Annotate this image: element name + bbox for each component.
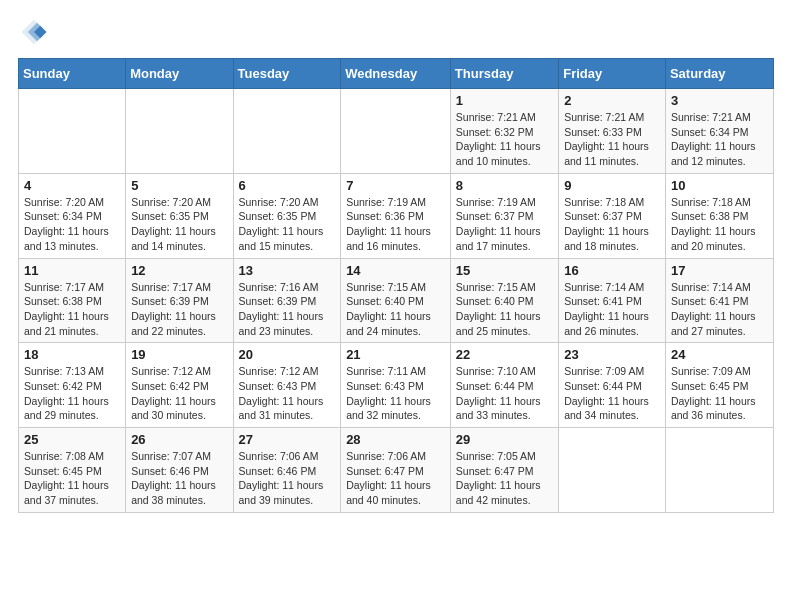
weekday-header-saturday: Saturday [665, 59, 773, 89]
day-number: 19 [131, 347, 227, 362]
day-info: Sunrise: 7:09 AMSunset: 6:44 PMDaylight:… [564, 364, 660, 423]
calendar-cell: 2Sunrise: 7:21 AMSunset: 6:33 PMDaylight… [559, 89, 666, 174]
day-number: 14 [346, 263, 445, 278]
weekday-header-sunday: Sunday [19, 59, 126, 89]
day-info: Sunrise: 7:18 AMSunset: 6:38 PMDaylight:… [671, 195, 768, 254]
day-info: Sunrise: 7:21 AMSunset: 6:32 PMDaylight:… [456, 110, 553, 169]
calendar-cell: 3Sunrise: 7:21 AMSunset: 6:34 PMDaylight… [665, 89, 773, 174]
calendar-cell: 11Sunrise: 7:17 AMSunset: 6:38 PMDayligh… [19, 258, 126, 343]
calendar-week-1: 1Sunrise: 7:21 AMSunset: 6:32 PMDaylight… [19, 89, 774, 174]
calendar-cell: 23Sunrise: 7:09 AMSunset: 6:44 PMDayligh… [559, 343, 666, 428]
day-number: 10 [671, 178, 768, 193]
day-number: 1 [456, 93, 553, 108]
day-info: Sunrise: 7:13 AMSunset: 6:42 PMDaylight:… [24, 364, 120, 423]
calendar-cell: 7Sunrise: 7:19 AMSunset: 6:36 PMDaylight… [341, 173, 451, 258]
calendar-cell [126, 89, 233, 174]
calendar-cell: 22Sunrise: 7:10 AMSunset: 6:44 PMDayligh… [450, 343, 558, 428]
calendar: SundayMondayTuesdayWednesdayThursdayFrid… [18, 58, 774, 513]
page: SundayMondayTuesdayWednesdayThursdayFrid… [0, 0, 792, 612]
day-info: Sunrise: 7:12 AMSunset: 6:43 PMDaylight:… [239, 364, 336, 423]
logo [18, 18, 52, 50]
calendar-cell: 14Sunrise: 7:15 AMSunset: 6:40 PMDayligh… [341, 258, 451, 343]
weekday-header-tuesday: Tuesday [233, 59, 341, 89]
day-number: 29 [456, 432, 553, 447]
day-number: 28 [346, 432, 445, 447]
day-number: 5 [131, 178, 227, 193]
day-info: Sunrise: 7:05 AMSunset: 6:47 PMDaylight:… [456, 449, 553, 508]
day-number: 22 [456, 347, 553, 362]
day-info: Sunrise: 7:12 AMSunset: 6:42 PMDaylight:… [131, 364, 227, 423]
day-number: 27 [239, 432, 336, 447]
day-info: Sunrise: 7:17 AMSunset: 6:38 PMDaylight:… [24, 280, 120, 339]
day-info: Sunrise: 7:16 AMSunset: 6:39 PMDaylight:… [239, 280, 336, 339]
calendar-cell: 1Sunrise: 7:21 AMSunset: 6:32 PMDaylight… [450, 89, 558, 174]
calendar-cell: 10Sunrise: 7:18 AMSunset: 6:38 PMDayligh… [665, 173, 773, 258]
day-info: Sunrise: 7:20 AMSunset: 6:35 PMDaylight:… [239, 195, 336, 254]
calendar-cell: 13Sunrise: 7:16 AMSunset: 6:39 PMDayligh… [233, 258, 341, 343]
calendar-cell: 24Sunrise: 7:09 AMSunset: 6:45 PMDayligh… [665, 343, 773, 428]
day-info: Sunrise: 7:15 AMSunset: 6:40 PMDaylight:… [346, 280, 445, 339]
day-info: Sunrise: 7:18 AMSunset: 6:37 PMDaylight:… [564, 195, 660, 254]
calendar-week-5: 25Sunrise: 7:08 AMSunset: 6:45 PMDayligh… [19, 428, 774, 513]
calendar-week-4: 18Sunrise: 7:13 AMSunset: 6:42 PMDayligh… [19, 343, 774, 428]
calendar-cell [665, 428, 773, 513]
logo-icon [20, 18, 48, 46]
day-info: Sunrise: 7:20 AMSunset: 6:35 PMDaylight:… [131, 195, 227, 254]
day-info: Sunrise: 7:07 AMSunset: 6:46 PMDaylight:… [131, 449, 227, 508]
calendar-cell: 18Sunrise: 7:13 AMSunset: 6:42 PMDayligh… [19, 343, 126, 428]
day-info: Sunrise: 7:06 AMSunset: 6:46 PMDaylight:… [239, 449, 336, 508]
day-info: Sunrise: 7:21 AMSunset: 6:34 PMDaylight:… [671, 110, 768, 169]
weekday-header-wednesday: Wednesday [341, 59, 451, 89]
weekday-header-row: SundayMondayTuesdayWednesdayThursdayFrid… [19, 59, 774, 89]
day-number: 11 [24, 263, 120, 278]
day-info: Sunrise: 7:06 AMSunset: 6:47 PMDaylight:… [346, 449, 445, 508]
day-info: Sunrise: 7:15 AMSunset: 6:40 PMDaylight:… [456, 280, 553, 339]
day-info: Sunrise: 7:21 AMSunset: 6:33 PMDaylight:… [564, 110, 660, 169]
calendar-cell: 5Sunrise: 7:20 AMSunset: 6:35 PMDaylight… [126, 173, 233, 258]
day-number: 25 [24, 432, 120, 447]
calendar-cell [19, 89, 126, 174]
calendar-cell: 4Sunrise: 7:20 AMSunset: 6:34 PMDaylight… [19, 173, 126, 258]
day-number: 4 [24, 178, 120, 193]
calendar-cell: 6Sunrise: 7:20 AMSunset: 6:35 PMDaylight… [233, 173, 341, 258]
header [18, 18, 774, 50]
calendar-body: 1Sunrise: 7:21 AMSunset: 6:32 PMDaylight… [19, 89, 774, 513]
day-info: Sunrise: 7:11 AMSunset: 6:43 PMDaylight:… [346, 364, 445, 423]
calendar-cell: 26Sunrise: 7:07 AMSunset: 6:46 PMDayligh… [126, 428, 233, 513]
day-number: 8 [456, 178, 553, 193]
calendar-cell [341, 89, 451, 174]
calendar-cell: 12Sunrise: 7:17 AMSunset: 6:39 PMDayligh… [126, 258, 233, 343]
day-info: Sunrise: 7:14 AMSunset: 6:41 PMDaylight:… [671, 280, 768, 339]
day-info: Sunrise: 7:19 AMSunset: 6:37 PMDaylight:… [456, 195, 553, 254]
calendar-cell: 27Sunrise: 7:06 AMSunset: 6:46 PMDayligh… [233, 428, 341, 513]
calendar-cell [233, 89, 341, 174]
calendar-cell: 28Sunrise: 7:06 AMSunset: 6:47 PMDayligh… [341, 428, 451, 513]
day-number: 16 [564, 263, 660, 278]
calendar-cell: 17Sunrise: 7:14 AMSunset: 6:41 PMDayligh… [665, 258, 773, 343]
calendar-cell: 25Sunrise: 7:08 AMSunset: 6:45 PMDayligh… [19, 428, 126, 513]
day-number: 9 [564, 178, 660, 193]
day-number: 23 [564, 347, 660, 362]
day-info: Sunrise: 7:20 AMSunset: 6:34 PMDaylight:… [24, 195, 120, 254]
calendar-cell: 8Sunrise: 7:19 AMSunset: 6:37 PMDaylight… [450, 173, 558, 258]
calendar-cell: 9Sunrise: 7:18 AMSunset: 6:37 PMDaylight… [559, 173, 666, 258]
day-number: 21 [346, 347, 445, 362]
day-number: 12 [131, 263, 227, 278]
day-number: 24 [671, 347, 768, 362]
day-number: 2 [564, 93, 660, 108]
calendar-cell: 29Sunrise: 7:05 AMSunset: 6:47 PMDayligh… [450, 428, 558, 513]
day-info: Sunrise: 7:17 AMSunset: 6:39 PMDaylight:… [131, 280, 227, 339]
day-number: 3 [671, 93, 768, 108]
day-number: 7 [346, 178, 445, 193]
day-info: Sunrise: 7:08 AMSunset: 6:45 PMDaylight:… [24, 449, 120, 508]
weekday-header-friday: Friday [559, 59, 666, 89]
day-number: 13 [239, 263, 336, 278]
calendar-cell: 15Sunrise: 7:15 AMSunset: 6:40 PMDayligh… [450, 258, 558, 343]
day-number: 6 [239, 178, 336, 193]
calendar-cell: 20Sunrise: 7:12 AMSunset: 6:43 PMDayligh… [233, 343, 341, 428]
calendar-cell: 19Sunrise: 7:12 AMSunset: 6:42 PMDayligh… [126, 343, 233, 428]
day-info: Sunrise: 7:19 AMSunset: 6:36 PMDaylight:… [346, 195, 445, 254]
day-number: 17 [671, 263, 768, 278]
calendar-cell: 21Sunrise: 7:11 AMSunset: 6:43 PMDayligh… [341, 343, 451, 428]
weekday-header-thursday: Thursday [450, 59, 558, 89]
